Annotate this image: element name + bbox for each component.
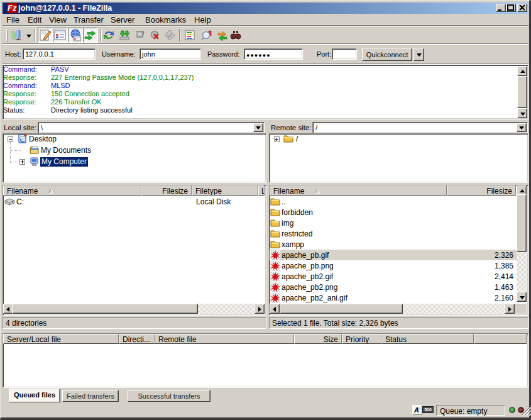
svg-text:1,385: 1,385 (495, 262, 513, 270)
svg-text:apache_pb2.gif: apache_pb2.gif (282, 272, 334, 281)
svg-text:img: img (282, 219, 293, 228)
svg-text:apache_pb2_ani.gif: apache_pb2_ani.gif (282, 294, 348, 302)
svg-text:apache_pb.png: apache_pb.png (282, 262, 334, 270)
svg-text:1,463: 1,463 (495, 283, 513, 292)
svg-text:xampp: xampp (282, 240, 304, 249)
svg-text:2,414: 2,414 (495, 272, 513, 281)
svg-text:forbidden: forbidden (282, 208, 313, 217)
svg-text:2,160: 2,160 (495, 294, 513, 302)
svg-text:apache_pb.gif: apache_pb.gif (282, 251, 329, 260)
svg-text:..: .. (282, 197, 286, 206)
svg-text:apache_pb2.png: apache_pb2.png (282, 283, 337, 292)
svg-text:2,326: 2,326 (495, 251, 513, 260)
svg-text:restricted: restricted (282, 229, 312, 238)
